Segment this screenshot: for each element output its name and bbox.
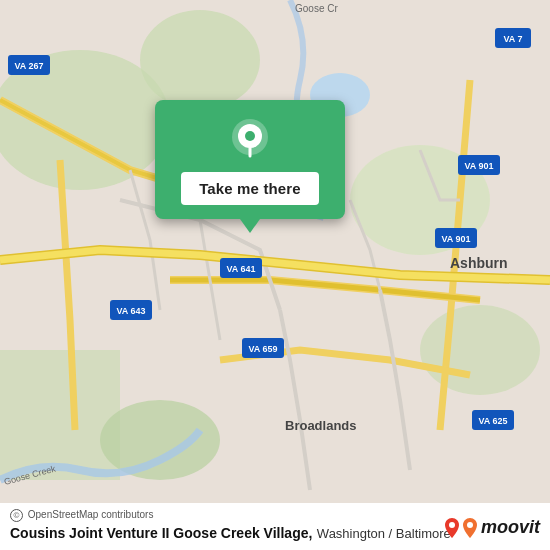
svg-text:VA 901: VA 901: [441, 234, 470, 244]
map-background: VA 267 VA 643 VA 641 VA 901 VA 901 VA 7 …: [0, 0, 550, 550]
svg-text:Ashburn: Ashburn: [450, 255, 508, 271]
svg-point-30: [245, 131, 255, 141]
location-title: Cousins Joint Venture II Goose Creek Vil…: [10, 525, 312, 541]
map-container: VA 267 VA 643 VA 641 VA 901 VA 901 VA 7 …: [0, 0, 550, 550]
moovit-brand-text: moovit: [481, 517, 540, 538]
svg-point-6: [420, 305, 540, 395]
svg-point-32: [467, 522, 473, 528]
popup-card[interactable]: Take me there: [155, 100, 345, 219]
svg-text:Broadlands: Broadlands: [285, 418, 357, 433]
moovit-logo: moovit: [445, 517, 540, 538]
svg-text:VA 643: VA 643: [116, 306, 145, 316]
location-pin-icon: [228, 118, 272, 162]
svg-point-31: [449, 522, 455, 528]
moovit-pin-red: [445, 518, 459, 538]
moovit-pin-orange: [463, 518, 477, 538]
copyright-symbol: ©: [10, 509, 23, 522]
svg-text:VA 659: VA 659: [248, 344, 277, 354]
svg-point-2: [140, 10, 260, 110]
svg-text:Goose Cr: Goose Cr: [295, 3, 338, 14]
attribution-text: OpenStreetMap contributors: [28, 509, 154, 520]
take-me-there-button[interactable]: Take me there: [181, 172, 319, 205]
svg-text:VA 267: VA 267: [14, 61, 43, 71]
location-subtitle: Washington / Baltimore: [317, 526, 451, 541]
svg-point-4: [100, 400, 220, 480]
svg-text:VA 625: VA 625: [478, 416, 507, 426]
svg-text:VA 7: VA 7: [503, 34, 522, 44]
svg-text:VA 901: VA 901: [464, 161, 493, 171]
svg-rect-3: [0, 350, 120, 480]
svg-text:VA 641: VA 641: [226, 264, 255, 274]
